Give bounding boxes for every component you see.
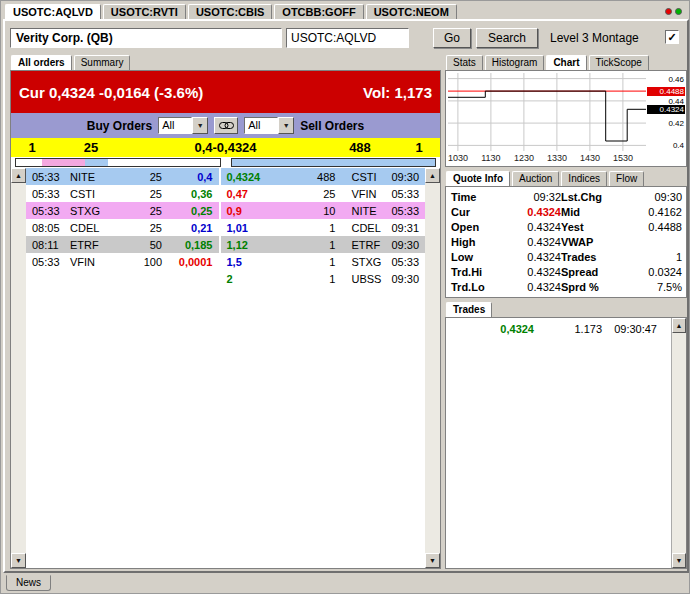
scroll-up-icon[interactable]: ▲ [672,318,686,333]
scroll-down-icon[interactable]: ▼ [11,553,26,568]
scroll-down-icon[interactable]: ▼ [672,553,686,568]
tab-trades[interactable]: Trades [446,302,492,317]
depth-segment [85,159,107,166]
tab-otcbb-goff[interactable]: OTCBB:GOFF [274,4,363,19]
chart-x-axis-label: 1230 [511,153,537,163]
scrollbar-track[interactable] [11,183,26,553]
search-button[interactable]: Search [476,28,538,48]
quote-label: Yest [561,221,625,233]
link-filters-button[interactable] [214,117,238,134]
current-price-text: Cur 0,4324 -0,0164 (-3.6%) [19,84,203,101]
chart-x-axis-label: 1330 [544,153,570,163]
buy-order-row[interactable]: 08:05 CDEL 25 0,21 [26,219,219,236]
order-size: 25 [283,188,335,200]
tab-news[interactable]: News [6,575,51,591]
sell-size-total: 488 [322,140,398,155]
chevron-down-icon[interactable]: ▼ [278,117,294,134]
sell-order-row[interactable]: 0,9 10 NITE 05:33 [221,202,425,219]
market-maker: CDEL [70,222,116,234]
sell-order-row[interactable]: 0,47 25 VFIN 05:33 [221,185,425,202]
sell-order-row[interactable]: 1,01 1 CDEL 09:31 [221,219,425,236]
order-time: 05:33 [391,256,425,268]
tab-all-orders[interactable]: All orders [11,55,72,70]
bid-price: 0,25 [162,205,219,217]
quote-label: Open [451,221,497,233]
quote-value: 0.4324 [497,266,561,278]
tab-quote-info[interactable]: Quote Info [446,171,510,186]
scrollbar-track[interactable] [425,183,440,553]
order-size: 25 [116,205,162,217]
quote-info-table: Time 09:32 Lst.Chg 09:30 Cur 0.4324 Mid … [445,186,687,298]
market-maker: VFIN [70,256,116,268]
market-maker: NITE [335,205,391,217]
tab-usotc-cbis[interactable]: USOTC:CBIS [188,4,272,19]
sell-order-row[interactable]: 0,4324 488 CSTI 09:30 [221,168,425,185]
tab-flow[interactable]: Flow [609,171,644,186]
tab-usotc-rvti[interactable]: USOTC:RVTI [103,4,186,19]
company-name: Verity Corp. (QB) [10,28,282,48]
symbol-input[interactable] [286,28,409,48]
sell-order-row[interactable]: 1,5 1 STXG 05:33 [221,253,425,270]
order-time: 05:33 [26,205,70,217]
trade-size: 1.173 [534,323,602,335]
scroll-up-icon[interactable]: ▲ [425,168,440,183]
ask-price: 1,01 [221,222,283,234]
trade-row[interactable]: 0,4324 1.173 09:30:47 [446,321,671,337]
quote-label: Trd.Hi [451,266,497,278]
tab-tickscope[interactable]: TickScope [589,55,649,70]
quote-label: Low [451,251,497,263]
scrollbar-track[interactable] [672,333,686,553]
buy-filter-dropdown[interactable]: All ▼ [158,117,208,134]
bid-price: 0,0001 [162,256,219,268]
buy-order-row[interactable]: 05:33 VFIN 100 0,0001 [26,253,219,270]
chart-x-axis-label: 1530 [610,153,636,163]
quote-label: Trades [561,251,625,263]
tab-stats[interactable]: Stats [446,55,483,70]
scroll-down-icon[interactable]: ▼ [425,553,440,568]
depth-segment [108,159,220,166]
quote-value-current: 0.4324 [497,206,561,218]
quote-label: Mid [561,206,625,218]
trading-terminal-window: USOTC:AQLVD USOTC:RVTI USOTC:CBIS OTCBB:… [0,0,690,594]
tab-chart[interactable]: Chart [546,55,586,70]
tab-usotc-neom[interactable]: USOTC:NEOM [366,4,457,19]
quote-value: 0.4324 [497,281,561,293]
level3-montage-checkbox[interactable]: ✓ [665,30,679,44]
green-status-dot[interactable] [675,8,682,15]
tab-auction[interactable]: Auction [512,171,559,186]
sell-filter-dropdown[interactable]: All ▼ [244,117,294,134]
buy-book-scrollbar[interactable]: ▲ ▼ [11,168,26,568]
quote-value: 0.4324 [497,221,561,233]
sell-order-row[interactable]: 1,12 1 ETRF 09:30 [221,236,425,253]
order-size: 100 [116,256,162,268]
buy-orders-column: 05:33 NITE 25 0,4 05:33 CSTI 25 0,36 [26,168,219,568]
chart-y-axis: 0.460.44880.440.43240.420.4 [647,73,685,151]
buy-order-row[interactable]: 05:33 CSTI 25 0,36 [26,185,219,202]
chart-y-axis-label: 0.4324 [647,105,685,114]
market-maker: VFIN [335,188,391,200]
quote-value: 1 [625,251,682,263]
order-time: 05:33 [391,188,425,200]
montage-tab-bar: All orders Summary [10,55,441,70]
red-status-dot[interactable] [665,8,672,15]
quote-value: 09:32 [497,191,561,203]
tab-summary[interactable]: Summary [74,55,131,70]
tab-histogram[interactable]: Histogram [485,55,545,70]
buy-order-row[interactable]: 05:33 NITE 25 0,4 [26,168,219,185]
chevron-down-icon[interactable]: ▼ [192,117,208,134]
buy-order-row[interactable]: 05:33 STXG 25 0,25 [26,202,219,219]
buy-order-row[interactable]: 08:11 ETRF 50 0,185 [26,236,219,253]
trades-scrollbar[interactable]: ▲ ▼ [671,318,686,568]
sell-filter-value: All [244,117,278,134]
sell-orders-column: 0,4324 488 CSTI 09:30 0,47 25 VFIN 05:33 [219,168,425,568]
market-maker: ETRF [335,239,391,251]
go-button[interactable]: Go [433,28,471,48]
scroll-up-icon[interactable]: ▲ [11,168,26,183]
market-maker: CDEL [335,222,391,234]
order-filter-bar: Buy Orders All ▼ All ▼ [11,113,440,138]
sell-book-scrollbar[interactable]: ▲ ▼ [425,168,440,568]
tab-indices[interactable]: Indices [561,171,607,186]
tab-usotc-aqlvd[interactable]: USOTC:AQLVD [5,4,101,19]
info-panel: Stats Histogram Chart TickScope 0.460.44… [445,55,687,569]
sell-order-row[interactable]: 2 1 UBSS 09:30 [221,270,425,287]
